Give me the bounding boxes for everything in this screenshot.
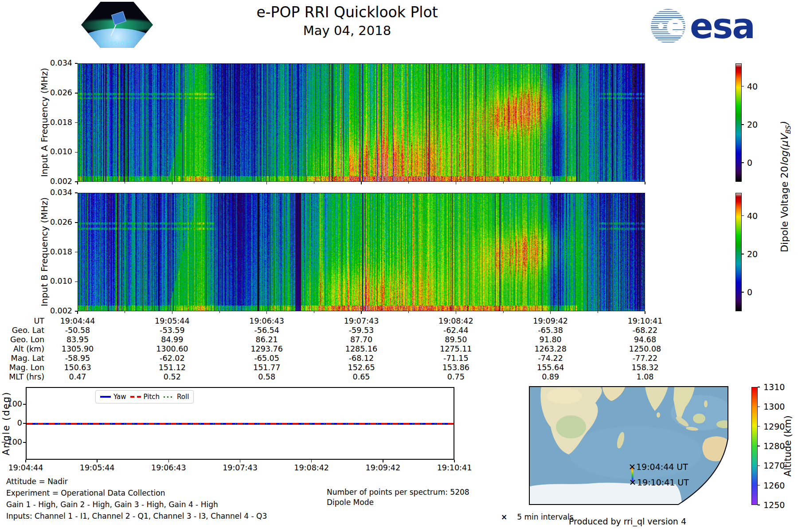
cassiope-label: CASSIOPE bbox=[81, 41, 153, 47]
colorbar-tick-label: 0 bbox=[747, 287, 752, 297]
altitude-tick-mark bbox=[758, 505, 760, 505]
freq-tick-label: 0.026 bbox=[46, 218, 72, 227]
freq-tick-mark bbox=[75, 192, 78, 193]
freq-tick-label: 0.010 bbox=[46, 147, 72, 156]
time-tick-mark bbox=[172, 182, 173, 184]
esa-logo: e esa bbox=[651, 9, 755, 43]
altitude-tick-label: 1300 bbox=[763, 402, 785, 411]
africa-green bbox=[556, 415, 586, 438]
footer-line-2: Gain 1 - High, Gain 2 - High, Gain 3 - H… bbox=[6, 500, 267, 509]
table-cell: 1285.16 bbox=[326, 344, 397, 353]
esa-globe-e: e bbox=[666, 12, 685, 39]
colorbar-tick-label: 0 bbox=[747, 158, 752, 168]
angle-x-tick-label: 19:09:42 bbox=[356, 463, 410, 472]
time-minor-tick bbox=[503, 182, 504, 184]
table-cell: -74.22 bbox=[515, 354, 586, 363]
table-cell: 19:08:42 bbox=[420, 317, 491, 325]
time-tick-mark bbox=[266, 311, 267, 314]
table-cell: 152.65 bbox=[326, 363, 397, 372]
altitude-colorbar bbox=[751, 387, 758, 505]
table-cell: 1263.28 bbox=[515, 344, 586, 353]
angle-legend: Yaw Pitch Roll bbox=[95, 390, 194, 403]
colorbar-tick-mark bbox=[742, 124, 744, 125]
angle-x-tick-label: 19:07:43 bbox=[214, 463, 267, 472]
colorbar-tick-mark bbox=[742, 86, 744, 87]
marker-legend-text: 5 min intervals bbox=[517, 512, 573, 521]
table-row-label: MLT (hrs) bbox=[4, 372, 44, 381]
time-tick-mark bbox=[266, 182, 267, 184]
produced-by-text: Produced by rri_ql version 4 bbox=[569, 516, 686, 526]
points-per-spectrum-text: Number of points per spectrum: 5208 bbox=[327, 488, 469, 497]
freq-tick-label: 0.034 bbox=[46, 59, 72, 67]
altitude-tick-mark bbox=[758, 485, 760, 486]
esa-globe-dot bbox=[658, 23, 664, 29]
altitude-tick-mark bbox=[758, 446, 760, 446]
table-cell: 94.68 bbox=[610, 335, 681, 344]
table-cell: -65.38 bbox=[515, 326, 586, 335]
philippines bbox=[704, 400, 708, 407]
table-row-label: Mag. Lat bbox=[4, 354, 44, 363]
borneo bbox=[693, 414, 705, 423]
angle-y-tick-mark bbox=[23, 404, 26, 405]
freq-tick-mark bbox=[75, 222, 78, 223]
freq-tick-label: 0.018 bbox=[46, 118, 72, 127]
map-marker-legend: × 5 min intervals bbox=[501, 512, 574, 521]
table-row-label: Geo. Lon bbox=[4, 335, 44, 344]
time-tick-mark bbox=[77, 182, 78, 184]
table-cell: 1.08 bbox=[610, 372, 681, 381]
freq-tick-label: 0.002 bbox=[46, 306, 72, 315]
table-cell: -53.59 bbox=[137, 326, 207, 335]
colorbar-label-math: log(μV bbox=[779, 134, 790, 166]
track-start-label: 19:04:44 UT bbox=[636, 462, 688, 472]
colorbar-tick-label: 40 bbox=[747, 211, 758, 221]
cassiope-mission-patch: CASSIOPE bbox=[81, 2, 153, 48]
time-minor-tick bbox=[219, 182, 220, 184]
table-cell: 0.52 bbox=[137, 372, 207, 381]
altitude-tick-mark bbox=[758, 426, 760, 427]
time-minor-tick bbox=[598, 311, 598, 313]
table-cell: 84.99 bbox=[137, 335, 207, 344]
altitude-tick-label: 1250 bbox=[763, 500, 785, 510]
table-cell: -65.05 bbox=[231, 354, 302, 363]
colorbar-tick-mark bbox=[742, 292, 744, 293]
footer-line-3: Inputs: Channel 1 - I1, Channel 2 - Q1, … bbox=[6, 512, 267, 520]
table-cell: -68.12 bbox=[326, 354, 397, 363]
altitude-tick-label: 1260 bbox=[763, 481, 785, 490]
freq-tick-label: 0.026 bbox=[46, 88, 72, 97]
time-minor-tick bbox=[408, 311, 409, 313]
table-row-label: Mag. Lon bbox=[4, 363, 44, 372]
freq-tick-mark bbox=[75, 282, 78, 282]
table-cell: -62.44 bbox=[420, 326, 491, 335]
table-cell: 19:06:43 bbox=[231, 317, 302, 325]
freq-tick-label: 0.010 bbox=[46, 277, 72, 286]
table-cell: -58.95 bbox=[42, 354, 113, 363]
roll-line-icon bbox=[164, 396, 174, 398]
angle-x-tick-label: 19:08:42 bbox=[285, 463, 338, 472]
legend-item-yaw: Yaw bbox=[100, 393, 126, 401]
time-minor-tick bbox=[314, 311, 314, 313]
time-tick-mark bbox=[550, 182, 551, 184]
time-tick-mark bbox=[456, 311, 457, 314]
sahara bbox=[547, 388, 582, 404]
colorbar-b bbox=[735, 193, 742, 311]
freq-tick-mark bbox=[75, 63, 78, 64]
pitch-line bbox=[27, 423, 454, 425]
altitude-tick-label: 1290 bbox=[763, 422, 785, 431]
time-minor-tick bbox=[408, 182, 409, 184]
time-minor-tick bbox=[125, 182, 125, 184]
table-cell: 89.50 bbox=[420, 335, 491, 344]
time-tick-mark bbox=[645, 182, 645, 184]
pitch-line-icon bbox=[130, 396, 141, 398]
colorbar-tick-mark bbox=[742, 162, 744, 163]
esa-wordmark: esa bbox=[690, 12, 755, 40]
table-cell: -62.02 bbox=[137, 354, 207, 363]
footer-left-block: Attitude = NadirExperiment = Operational… bbox=[6, 477, 267, 523]
time-tick-mark bbox=[550, 311, 551, 314]
table-row-label: Alt (km) bbox=[4, 344, 44, 353]
table-cell: 1293.76 bbox=[231, 344, 302, 353]
angle-y-tick-label: 0 bbox=[0, 419, 22, 427]
colorbar-tick-label: 20 bbox=[747, 120, 758, 129]
spectrogram-a-canvas bbox=[78, 63, 645, 182]
time-tick-mark bbox=[361, 182, 362, 184]
table-cell: 0.47 bbox=[42, 372, 113, 381]
